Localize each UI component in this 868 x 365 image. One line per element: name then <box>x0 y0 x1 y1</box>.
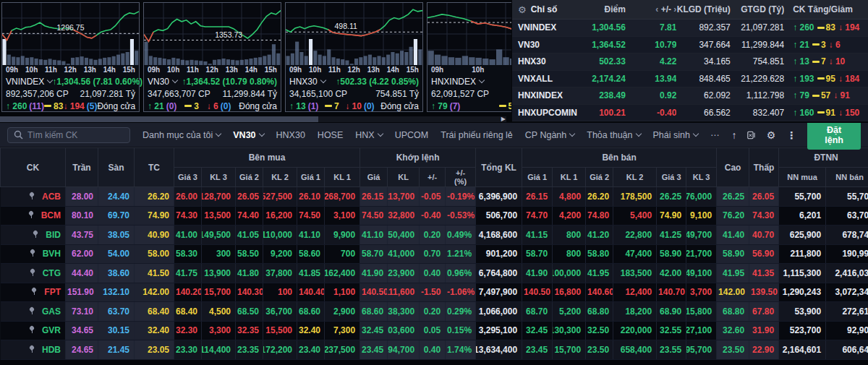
thap-cell[interactable]: 40.70 <box>749 226 779 245</box>
nnban-cell[interactable]: 190,99 <box>826 244 868 264</box>
stock-row-ctg[interactable]: CTG44.4038.6041.5041.7513,90041.8037,800… <box>1 264 868 283</box>
thap-cell[interactable]: 139.50 <box>749 283 779 302</box>
toolbar-item-5[interactable]: UPCOM <box>395 130 429 140</box>
khop-cell[interactable]: 41.90 <box>360 264 388 283</box>
ban-cell[interactable]: 49,700 <box>686 226 717 245</box>
stock-row-gvr[interactable]: GVR34.6530.1532.4032.303,30032.3515,5003… <box>1 321 868 340</box>
pin-icon[interactable] <box>29 345 35 353</box>
mua-cell[interactable]: 41.75 <box>174 264 202 283</box>
chart-strip-scrollbar[interactable]: ▶ <box>0 116 506 122</box>
mua-cell[interactable]: 300 <box>202 244 236 264</box>
mua-cell[interactable]: 23.30 <box>174 340 202 360</box>
toolbar-item-4[interactable]: HNX <box>355 130 382 140</box>
khop-cell[interactable]: 0.70 <box>420 244 446 264</box>
ban-cell[interactable]: 58.80 <box>586 244 613 264</box>
index-row-hnxindex[interactable]: HNXINDEX 238.49 0.92 62.092 1,112.798 ↑ … <box>512 87 868 105</box>
ban-cell[interactable]: 27,100 <box>686 321 717 340</box>
pin-icon[interactable] <box>28 211 35 218</box>
tc-cell[interactable]: 40.90 <box>135 226 174 245</box>
gear-icon[interactable]: ⚙ <box>767 130 776 140</box>
ban-cell[interactable]: 15,700 <box>553 340 586 360</box>
san-cell[interactable]: 132.10 <box>98 283 135 302</box>
khop-cell[interactable]: 0.20 <box>420 226 446 245</box>
ban-cell[interactable]: 23.45 <box>522 340 553 360</box>
pin-icon[interactable] <box>33 231 39 238</box>
gear-icon[interactable]: ⚙ <box>518 4 527 15</box>
ban-cell[interactable]: 12,400 <box>613 283 657 302</box>
place-order-button[interactable]: Đặt lệnh <box>807 121 861 150</box>
san-cell[interactable]: 54.00 <box>98 244 135 264</box>
tc-cell[interactable]: 68.40 <box>135 302 174 322</box>
ban-cell[interactable]: 41.95 <box>586 264 613 283</box>
nnmua-cell[interactable]: 1,115,300 <box>779 264 826 283</box>
tong-cell[interactable]: 6,764,800 <box>476 264 522 283</box>
tc-cell[interactable]: 142.00 <box>135 283 174 302</box>
ticker-cell[interactable]: GAS <box>1 302 66 322</box>
toolbar-item-9[interactable]: Phái sinh <box>653 130 698 140</box>
stock-row-hdb[interactable]: HDB24.6521.4523.0523.30114,40023.35172,2… <box>1 340 868 360</box>
mua-cell[interactable]: 23.40 <box>297 340 325 360</box>
mua-cell[interactable]: 58.60 <box>297 244 325 264</box>
tran-cell[interactable]: 80.10 <box>66 206 98 226</box>
scrollbar-right-arrow-icon[interactable]: ▶ <box>501 116 506 122</box>
toolbar-item-1[interactable]: VN30 <box>233 130 263 140</box>
stock-row-bid[interactable]: BID43.7538.0540.9041.00149,50041.05110,0… <box>1 226 868 245</box>
ban-cell[interactable]: 178,500 <box>613 187 657 207</box>
ban-cell[interactable]: 32.55 <box>657 321 686 340</box>
ban-cell[interactable]: 195,700 <box>686 340 717 360</box>
mua-cell[interactable]: 68.40 <box>174 302 202 322</box>
mua-cell[interactable]: 700 <box>325 244 360 264</box>
nnmua-cell[interactable]: 1,290,243 <box>779 283 826 302</box>
ban-cell[interactable]: 58.90 <box>657 244 686 264</box>
khop-cell[interactable]: 23.45 <box>360 340 388 360</box>
khop-cell[interactable]: 0.15% <box>446 321 476 340</box>
khop-cell[interactable]: -0.40 <box>420 206 446 226</box>
index-row-vn30[interactable]: VN30 1,364.52 10.79 347.664 11,299.844 ↑… <box>512 37 868 54</box>
mua-cell[interactable]: 58.50 <box>236 244 263 264</box>
stock-row-gas[interactable]: GAS73.1063.7068.4068.404,50068.5036,7006… <box>1 302 868 322</box>
mua-cell[interactable]: 268,700 <box>325 187 360 207</box>
chart-index-name[interactable]: HNX30 <box>289 77 326 87</box>
stock-row-fpt[interactable]: FPT151.90132.10142.00140.2015,700140.301… <box>1 283 868 302</box>
tong-cell[interactable]: 7,497,900 <box>476 283 522 302</box>
chart-index-name[interactable]: VNINDEX <box>6 77 52 87</box>
khop-cell[interactable]: 58.70 <box>360 244 388 264</box>
mua-cell[interactable]: 149,500 <box>202 226 236 245</box>
chart-index-name[interactable]: VN30 <box>148 77 177 87</box>
khop-cell[interactable]: 41,000 <box>388 244 420 264</box>
khop-cell[interactable]: -0.19% <box>446 187 476 207</box>
khop-cell[interactable]: 123,900 <box>388 264 420 283</box>
nnban-cell[interactable]: 606,64 <box>826 340 868 360</box>
ban-cell[interactable]: 183,500 <box>613 264 657 283</box>
mua-cell[interactable]: 527,500 <box>263 187 297 207</box>
ban-cell[interactable]: 68.80 <box>586 302 613 322</box>
khop-cell[interactable]: -0.53% <box>446 206 476 226</box>
ban-cell[interactable]: 4,200 <box>553 206 586 226</box>
khop-cell[interactable]: 111,600 <box>388 283 420 302</box>
mua-cell[interactable]: 2,900 <box>325 302 360 322</box>
mua-cell[interactable]: 26.10 <box>297 187 325 207</box>
khop-cell[interactable]: 41.10 <box>360 226 388 245</box>
ban-cell[interactable]: 74.70 <box>522 206 553 226</box>
khop-cell[interactable]: 194,700 <box>388 340 420 360</box>
nnmua-cell[interactable]: 53,900 <box>779 302 826 322</box>
ban-cell[interactable]: 58.70 <box>522 244 553 264</box>
tong-cell[interactable]: 4,168,600 <box>476 226 522 245</box>
ban-cell[interactable]: 23.50 <box>586 340 613 360</box>
mua-cell[interactable]: 15,500 <box>263 321 297 340</box>
ban-cell[interactable]: 100,000 <box>553 264 586 283</box>
mua-cell[interactable]: 41.10 <box>297 226 325 245</box>
tran-cell[interactable]: 44.40 <box>66 264 98 283</box>
mua-cell[interactable]: 237,500 <box>325 340 360 360</box>
khop-cell[interactable]: 0.49% <box>446 226 476 245</box>
cao-cell[interactable]: 23.50 <box>717 340 749 360</box>
mua-cell[interactable]: 32.40 <box>297 321 325 340</box>
stock-row-bcm[interactable]: BCM80.1069.7074.9074.3013,50074.4016,200… <box>1 206 868 226</box>
khop-cell[interactable]: 150,400 <box>388 226 420 245</box>
nnban-cell[interactable]: 92,90 <box>826 321 868 340</box>
tran-cell[interactable]: 28.00 <box>66 187 98 207</box>
tc-cell[interactable]: 74.90 <box>135 206 174 226</box>
ban-cell[interactable]: 74.90 <box>657 206 686 226</box>
mua-cell[interactable]: 172,200 <box>263 340 297 360</box>
mua-cell[interactable]: 74.50 <box>297 206 325 226</box>
